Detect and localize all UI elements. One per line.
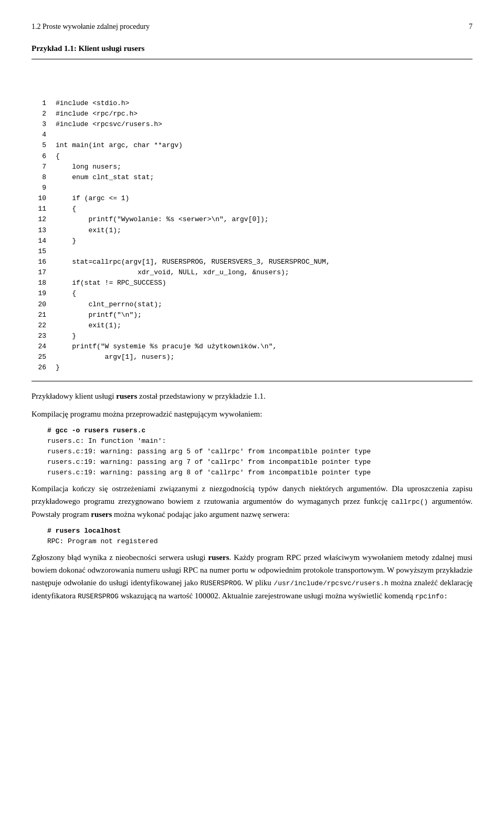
compile-command-block: # gcc -o rusers rusers.crusers.c: In fun… (47, 426, 472, 479)
code-line: 19 { (32, 288, 472, 299)
code-line: 13 exit(1); (32, 225, 472, 236)
code-line: 22 exit(1); (32, 320, 472, 331)
code-line: 17 xdr_void, NULL, xdr_u_long, &nusers); (32, 267, 472, 278)
code-line: 20 clnt_perrno(stat); (32, 299, 472, 310)
bottom-rule (32, 381, 472, 381)
body-text: Przykładowy klient usługi rusers został … (32, 390, 472, 603)
compile-output-line: rusers.c:19: warning: passing arg 7 of '… (47, 457, 472, 468)
compile-output-line: rusers.c: In function 'main': (47, 436, 472, 447)
paragraph-2: Kompilację programu można przeprowadzić … (32, 408, 472, 420)
code-line: 2#include <rpc/rpc.h> (32, 109, 472, 119)
header-left: 1.2 Proste wywołanie zdalnej procedury (32, 21, 150, 32)
paragraph-4: Zgłoszony błąd wynika z nieobecności ser… (32, 551, 472, 603)
paragraph-3: Kompilacja kończy się ostrzeżeniami zwią… (32, 482, 472, 521)
run-command-block: # rusers localhostRPC: Program not regis… (47, 526, 472, 547)
code-line: 25 argv[1], nusers); (32, 352, 472, 362)
code-line: 1#include <stdio.h> (32, 98, 472, 109)
code-line: 8 enum clnt_stat stat; (32, 172, 472, 183)
code-line: 16 stat=callrpc(argv[1], RUSERSPROG, RUS… (32, 257, 472, 267)
code-line: 15 (32, 246, 472, 257)
compile-output-line: rusers.c:19: warning: passing arg 5 of '… (47, 447, 472, 457)
code-line: 18 if(stat != RPC_SUCCESS) (32, 278, 472, 288)
run-output: RPC: Program not registered (47, 536, 472, 547)
code-line: 3#include <rpcsvc/rusers.h> (32, 119, 472, 130)
code-line: 11 { (32, 204, 472, 214)
page-header: 1.2 Proste wywołanie zdalnej procedury 7 (32, 21, 472, 32)
code-line: 5int main(int argc, char **argv) (32, 140, 472, 151)
code-line: 12 printf("Wywolanie: %s <serwer>\n", ar… (32, 214, 472, 225)
top-rule (32, 59, 472, 59)
code-line: 6{ (32, 151, 472, 162)
code-block: 1#include <stdio.h>2#include <rpc/rpc.h>… (32, 63, 472, 378)
example-block: Przykład 1.1: Klient usługi rusers 1#inc… (32, 43, 472, 381)
code-line: 7 long nusers; (32, 162, 472, 172)
code-line: 26} (32, 362, 472, 373)
code-line: 10 if (argc <= 1) (32, 193, 472, 204)
example-title: Przykład 1.1: Klient usługi rusers (32, 43, 472, 55)
code-line: 9 (32, 183, 472, 193)
paragraph-1: Przykładowy klient usługi rusers został … (32, 390, 472, 402)
code-line: 4 (32, 130, 472, 140)
compile-output-line: rusers.c:19: warning: passing arg 8 of '… (47, 468, 472, 478)
code-line: 21 printf("\n"); (32, 310, 472, 320)
compile-cmd: # gcc -o rusers rusers.c (47, 426, 472, 436)
run-cmd: # rusers localhost (47, 526, 472, 536)
code-line: 24 printf("W systemie %s pracuje %d użyt… (32, 341, 472, 352)
header-right: 7 (469, 21, 472, 32)
code-line: 14 } (32, 236, 472, 246)
code-line: 23 } (32, 331, 472, 341)
